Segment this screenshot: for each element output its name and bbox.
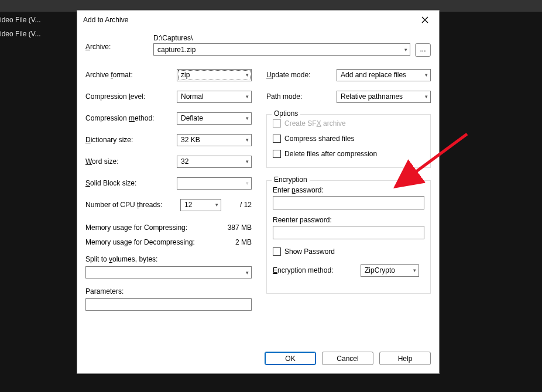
split-volumes-select[interactable]: ▾ (85, 266, 252, 278)
ok-button[interactable]: OK (265, 352, 316, 365)
encryption-group: Encryption Enter password: Reenter passw… (266, 180, 431, 294)
dictionary-size-select[interactable]: 32 KB ▾ (177, 134, 252, 146)
delete-after-checkbox[interactable] (273, 150, 281, 158)
compression-level-select[interactable]: Normal ▾ (177, 91, 252, 103)
chevron-down-icon: ▾ (246, 115, 249, 121)
show-password-checkbox[interactable] (273, 247, 281, 256)
button-row: OK Cancel Help (77, 347, 439, 373)
options-legend: Options (272, 109, 300, 118)
help-button[interactable]: Help (379, 352, 431, 365)
shared-checkbox[interactable] (273, 135, 281, 143)
chevron-down-icon: ▾ (425, 94, 428, 99)
update-mode-label: Update mode: (266, 71, 337, 79)
cancel-button[interactable]: Cancel (322, 352, 373, 365)
word-size-label: Word size: (85, 157, 177, 166)
mem-compress-label: Memory usage for Compressing: (85, 223, 187, 232)
mem-decompress-label: Memory usage for Decompressing: (85, 238, 195, 246)
show-password-label: Show Password (284, 247, 335, 256)
cpu-threads-max: / 12 (225, 201, 252, 209)
chevron-down-icon: ▾ (246, 159, 249, 164)
encryption-method-select[interactable]: ZipCrypto ▾ (361, 264, 419, 277)
shared-label: Compress shared files (284, 135, 354, 143)
page-title: Add to Archive (83, 16, 417, 24)
file-name: ideo File (V... (0, 16, 53, 24)
archive-filename-combo[interactable]: capture1.zip ▾ (153, 43, 410, 56)
chevron-down-icon: ▾ (246, 94, 249, 99)
add-to-archive-dialog: Add to Archive Archive: D:\Captures\ cap… (77, 10, 440, 374)
compression-method-select[interactable]: Deflate ▾ (177, 112, 252, 125)
reenter-password-input[interactable] (273, 226, 424, 239)
parameters-label: Parameters: (85, 287, 252, 295)
mem-decompress-value: 2 MB (235, 238, 252, 246)
file-name: ideo File (V... (0, 30, 53, 38)
enter-password-label: Enter password: (273, 184, 424, 196)
cpu-threads-select[interactable]: 12 ▾ (180, 199, 221, 211)
mem-compress-value: 387 MB (228, 223, 252, 232)
right-column: Update mode: Add and replace files ▾ Pat… (266, 65, 431, 311)
sfx-label: Create SFX archive (284, 119, 346, 128)
word-size-select[interactable]: 32 ▾ (177, 156, 252, 168)
update-mode-select[interactable]: Add and replace files ▾ (337, 69, 431, 81)
chevron-down-icon: ▾ (404, 47, 407, 53)
chevron-down-icon: ▾ (246, 137, 249, 143)
reenter-password-label: Reenter password: (273, 214, 424, 226)
options-group: Options Create SFX archive Compress shar… (266, 114, 431, 168)
archive-format-select[interactable]: zip ▾ (177, 69, 252, 81)
titlebar[interactable]: Add to Archive (77, 11, 439, 29)
chevron-down-icon: ▾ (215, 202, 218, 208)
dictionary-size-label: Dictionary size: (85, 136, 177, 144)
split-volumes-label: Split to volumes, bytes: (85, 255, 252, 263)
archive-label: Archive: (85, 34, 153, 51)
compression-method-label: Compression method: (85, 114, 177, 122)
sfx-checkbox (273, 119, 281, 128)
chevron-down-icon: ▾ (413, 267, 416, 273)
chevron-down-icon: ▾ (246, 72, 249, 78)
chevron-down-icon: ▾ (246, 180, 249, 186)
encryption-legend: Encryption (272, 176, 310, 184)
compression-level-label: Compression level: (85, 92, 177, 101)
parameters-input[interactable] (85, 298, 252, 311)
left-column: Archive format: zip ▾ Compression level:… (85, 65, 252, 311)
solid-block-label: Solid Block size: (85, 179, 177, 187)
path-mode-label: Path mode: (266, 92, 337, 101)
chevron-down-icon: ▾ (425, 72, 428, 78)
delete-after-label: Delete files after compression (284, 150, 377, 158)
cpu-threads-label: Number of CPU threads: (85, 201, 177, 209)
archive-directory: D:\Captures\ (153, 34, 410, 42)
encryption-method-label: Encryption method: (273, 266, 361, 274)
path-mode-select[interactable]: Relative pathnames ▾ (337, 91, 431, 103)
close-icon[interactable] (417, 12, 433, 28)
archive-filename: capture1.zip (157, 46, 195, 54)
archive-format-label: Archive format: (85, 71, 177, 79)
solid-block-select[interactable]: ▾ (177, 177, 252, 190)
enter-password-input[interactable] (273, 196, 424, 209)
browse-button[interactable]: ... (415, 43, 431, 57)
